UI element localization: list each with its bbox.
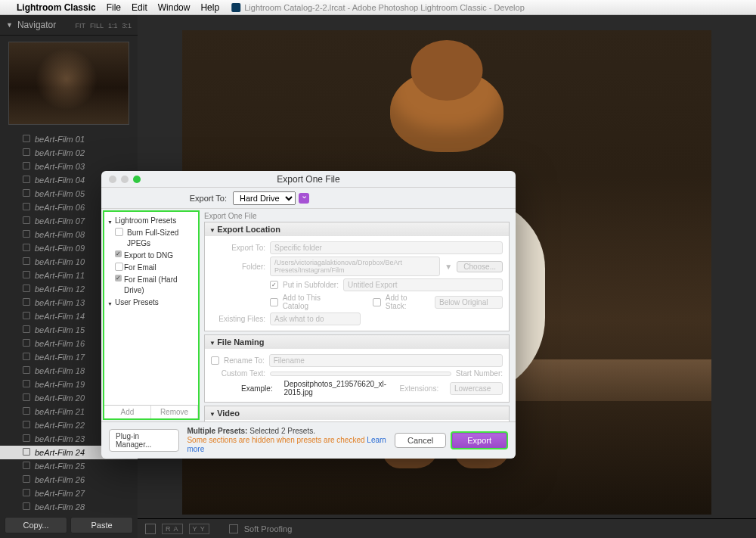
rename-template-select[interactable]: Filename — [269, 354, 503, 367]
dialog-title: Export One File — [277, 174, 339, 185]
soft-proofing-label: Soft Proofing — [244, 524, 293, 533]
section-export-location: Export Location Export To:Specific folde… — [204, 222, 510, 331]
settings-header: Export One File — [204, 212, 510, 220]
lr-logo-icon — [231, 3, 240, 12]
preset-row[interactable]: beArt-Film 25 — [0, 459, 138, 473]
before-after-icon[interactable]: R A — [162, 524, 183, 534]
preset-for-email[interactable]: For Email — [106, 262, 197, 274]
close-icon[interactable] — [109, 176, 116, 183]
dialog-titlebar[interactable]: Export One File — [101, 171, 516, 188]
export-to-dropdown-icon[interactable] — [299, 193, 309, 204]
edit-menu[interactable]: Edit — [132, 2, 147, 13]
preset-group-lightroom[interactable]: Lightroom Presets — [106, 215, 197, 227]
soft-proofing-checkbox[interactable] — [229, 524, 238, 533]
section-file-naming-header[interactable]: File Naming — [205, 335, 509, 349]
dialog-footer: Plug-in Manager... Multiple Presets: Sel… — [101, 421, 516, 459]
preset-group-user[interactable]: User Presets — [106, 297, 197, 309]
extension-case-select[interactable]: Lowercase — [450, 382, 503, 395]
minimize-icon[interactable] — [121, 176, 129, 183]
preset-row[interactable]: beArt-Film 26 — [0, 473, 138, 487]
macos-menubar: Lightroom Classic File Edit Window Help … — [0, 0, 756, 15]
section-video: Video Include Video Files: Video Format:… — [204, 406, 510, 421]
paste-button[interactable]: Paste — [70, 517, 133, 533]
section-video-header[interactable]: Video — [205, 406, 509, 420]
preset-row[interactable]: beArt-Film 27 — [0, 487, 138, 500]
zoom-icon[interactable] — [133, 176, 141, 183]
preset-row[interactable]: beArt-Film 02 — [0, 146, 138, 160]
export-dialog: Export One File Export To: Hard Drive Pr… — [101, 171, 516, 459]
preset-row[interactable]: beArt-Film 28 — [0, 500, 138, 512]
export-to-label: Export To: — [109, 194, 233, 203]
navigator-thumbnail[interactable] — [8, 42, 129, 125]
preset-export-dng[interactable]: Export to DNG — [106, 250, 197, 262]
copy-button[interactable]: Copy... — [5, 517, 67, 533]
filename-example: Depositphotos_219576620_xl-2015.jpg — [284, 380, 390, 397]
put-in-subfolder-checkbox[interactable] — [270, 281, 278, 289]
preset-row[interactable]: beArt-Film 01 — [0, 132, 138, 146]
preset-header: Preset: — [104, 209, 129, 210]
existing-files-select[interactable]: Ask what to do — [270, 313, 361, 325]
custom-text-input[interactable] — [270, 372, 451, 376]
section-export-location-header[interactable]: Export Location — [205, 222, 509, 236]
develop-toolbar: R A Y Y Soft Proofing — [138, 518, 756, 538]
export-preset-pane: Preset: Lightroom Presets Burn Full-Size… — [103, 210, 200, 420]
loupe-view-icon[interactable] — [145, 524, 156, 534]
preset-remove-button[interactable]: Remove — [151, 406, 198, 418]
file-menu[interactable]: File — [107, 2, 121, 13]
add-to-stack-checkbox[interactable] — [373, 298, 381, 306]
preset-add-button[interactable]: Add — [104, 406, 151, 418]
app-menu[interactable]: Lightroom Classic — [17, 2, 96, 13]
rename-to-checkbox[interactable] — [211, 356, 219, 365]
navigator-header[interactable]: ▼ Navigator FITFILL1:13:1 — [0, 15, 138, 36]
export-button[interactable]: Export — [451, 431, 508, 449]
export-settings-pane: Export One File Export Location Export T… — [201, 209, 516, 421]
before-after-split-icon[interactable]: Y Y — [189, 524, 209, 534]
add-to-catalog-checkbox[interactable] — [270, 298, 278, 306]
navigator-zoom-options[interactable]: FITFILL1:13:1 — [70, 20, 132, 30]
export-folder-type-select[interactable]: Specific folder — [270, 241, 503, 254]
plugin-manager-button[interactable]: Plug-in Manager... — [109, 429, 179, 452]
choose-folder-button[interactable]: Choose... — [457, 261, 503, 272]
chevron-down-icon: ▼ — [6, 21, 13, 29]
export-folder-path: /Users/victoriagalaktionova/Dropbox/BeAr… — [270, 257, 440, 276]
window-menu[interactable]: Window — [158, 2, 191, 13]
section-file-naming: File Naming Rename To:Filename Custom Te… — [204, 334, 510, 403]
cancel-button[interactable]: Cancel — [395, 433, 446, 448]
window-title: Lightroom Catalog-2-2.lrcat - Adobe Phot… — [231, 3, 525, 12]
preset-for-email-hd[interactable]: For Email (Hard Drive) — [106, 274, 197, 297]
subfolder-input[interactable]: Untitled Export — [343, 278, 503, 291]
stack-position-select[interactable]: Below Original — [435, 296, 503, 309]
preset-burn-jpeg[interactable]: Burn Full-Sized JPEGs — [106, 227, 197, 250]
export-to-select[interactable]: Hard Drive — [233, 191, 296, 205]
help-menu[interactable]: Help — [200, 2, 219, 13]
